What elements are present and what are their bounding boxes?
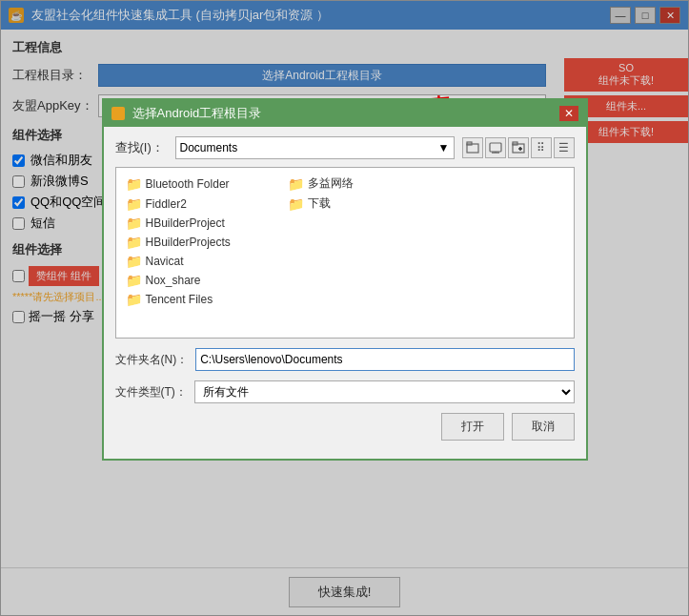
list-item[interactable]: 📁 下载 (284, 194, 446, 214)
cancel-button[interactable]: 取消 (512, 413, 575, 441)
lookup-label: 查找(I)： (115, 139, 168, 156)
file-item-name: Tencent Files (146, 293, 213, 306)
filename-row: 文件夹名(N)： (115, 348, 575, 371)
folder-icon: 📁 (126, 176, 142, 192)
list-item[interactable]: 📁 Tencent Files (122, 290, 332, 309)
folder-icon: 📁 (126, 273, 142, 288)
open-button[interactable]: 打开 (441, 413, 504, 441)
svg-rect-2 (490, 143, 501, 152)
file-item-name: HBuilderProject (146, 216, 225, 230)
file-item-name: 多益网络 (308, 175, 354, 192)
file-item-name: HBuilderProjects (146, 236, 231, 249)
folder-icon: 📁 (126, 292, 142, 307)
toolbar-icons: ⠿ ☰ (462, 137, 575, 158)
file-list-area: 📁 Bluetooth Folder 📁 多益网络 📁 Fiddler2 📁 下… (115, 167, 575, 339)
folder-icon: 📁 (126, 216, 142, 231)
file-item-name: 下载 (308, 195, 331, 212)
filetype-select[interactable]: 所有文件 (194, 380, 575, 403)
folder-icon: 📁 (126, 254, 142, 269)
dialog-body: 查找(I)： Documents ▼ (104, 127, 586, 450)
dialog-title-text: 选择Android工程根目录 (132, 105, 262, 122)
dropdown-arrow-icon: ▼ (438, 141, 450, 154)
filename-input[interactable] (195, 348, 574, 371)
main-window: ☕ 友盟社会化组件快速集成工具 (自动拷贝jar包和资源 ） — □ ✕ 工程信… (0, 0, 689, 616)
dialog-buttons: 打开 取消 (115, 413, 575, 441)
file-item-name: Navicat (146, 255, 184, 268)
dialog-title-bar: 选择Android工程根目录 ✕ (104, 100, 586, 127)
file-item-name: Fiddler2 (146, 197, 187, 211)
file-item-name: Bluetooth Folder (146, 177, 230, 191)
folder-icon: 📁 (288, 176, 304, 192)
folder-icon: 📁 (288, 196, 304, 212)
filename-label: 文件夹名(N)： (115, 352, 189, 368)
lookup-combo[interactable]: Documents ▼ (175, 136, 455, 159)
dialog-title-left: 选择Android工程根目录 (111, 105, 262, 122)
lookup-combo-value: Documents (180, 141, 238, 154)
toolbar-icon-5[interactable]: ☰ (554, 137, 575, 158)
list-item[interactable]: 📁 HBuilderProjects (122, 233, 332, 252)
folder-icon: 📁 (126, 235, 142, 250)
list-item[interactable]: 📁 多益网络 (284, 174, 446, 194)
file-chooser-dialog: 选择Android工程根目录 ✕ 查找(I)： Documents ▼ (102, 98, 588, 461)
lookup-row: 查找(I)： Documents ▼ (115, 136, 575, 159)
toolbar-icon-4[interactable]: ⠿ (531, 137, 552, 158)
file-item-name: Nox_share (146, 274, 201, 287)
list-item[interactable]: 📁 Nox_share (122, 271, 332, 290)
toolbar-icon-2[interactable] (485, 137, 506, 158)
list-item[interactable]: 📁 Bluetooth Folder (122, 174, 284, 194)
dialog-app-icon (111, 107, 125, 120)
toolbar-icon-1[interactable] (462, 137, 483, 158)
dialog-close-button[interactable]: ✕ (559, 106, 578, 121)
toolbar-icon-3[interactable] (508, 137, 529, 158)
dialog-overlay: 选择Android工程根目录 ✕ 查找(I)： Documents ▼ (1, 1, 688, 615)
list-item[interactable]: 📁 Navicat (122, 252, 332, 271)
folder-icon: 📁 (126, 196, 142, 212)
filetype-label: 文件类型(T)： (115, 384, 187, 400)
filetype-row: 文件类型(T)： 所有文件 (115, 380, 575, 403)
list-item[interactable]: 📁 Fiddler2 (122, 194, 284, 214)
list-item[interactable]: 📁 HBuilderProject (122, 214, 332, 233)
